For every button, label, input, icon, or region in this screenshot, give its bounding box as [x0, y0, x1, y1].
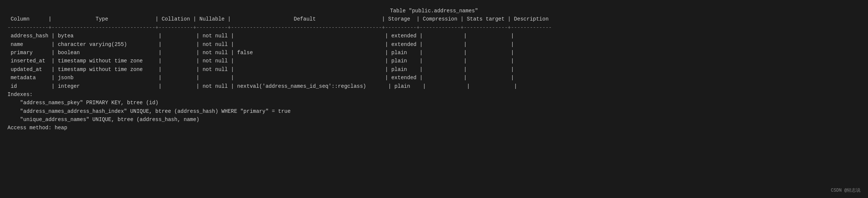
table-row: id | integer | | not null | nextval('add…	[7, 82, 861, 90]
table-row: updated_at | timestamp without time zone…	[7, 65, 861, 74]
table-row: primary | boolean | | not null | false |…	[7, 49, 861, 57]
terminal-window: Table "public.address_names" Column | Ty…	[7, 4, 861, 135]
indexes-label: Indexes:	[7, 90, 861, 99]
table-row: name | character varying(255) | | not nu…	[7, 40, 861, 49]
index-item: "unique_address_names" UNIQUE, btree (ad…	[7, 115, 861, 124]
watermark: CSDN @轻志说	[831, 187, 861, 194]
table-rows: address_hash | bytea | | not null | | ex…	[7, 32, 861, 90]
index-item: "address_names_address_hash_index" UNIQU…	[7, 107, 861, 115]
table-row: metadata | jsonb | | | | extended | | |	[7, 74, 861, 82]
indexes-list: "address_names_pkey" PRIMARY KEY, btree …	[7, 99, 861, 124]
separator-top: -------------+--------------------------…	[7, 24, 861, 32]
table-row: inserted_at | timestamp without time zon…	[7, 57, 861, 65]
table-header: Column | Type | Collation | Nullable | D…	[7, 15, 861, 23]
table-row: address_hash | bytea | | not null | | ex…	[7, 32, 861, 40]
access-method: Access method: heap	[7, 124, 861, 132]
index-item: "address_names_pkey" PRIMARY KEY, btree …	[7, 99, 861, 107]
table-title: Table "public.address_names"	[7, 7, 861, 15]
